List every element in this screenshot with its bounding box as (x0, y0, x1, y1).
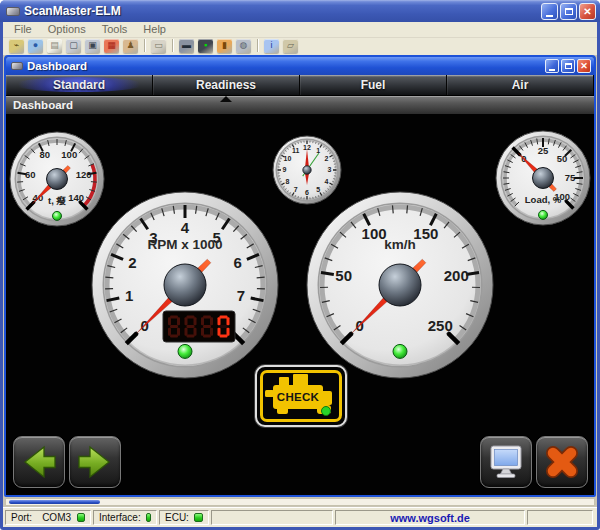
dashboard-titlebar: Dashboard ✕ (6, 57, 594, 75)
svg-text:100: 100 (362, 225, 387, 242)
minimize-icon (549, 69, 555, 71)
svg-text:7: 7 (237, 287, 245, 304)
check-engine-label: CHECK (277, 391, 320, 403)
svg-text:25: 25 (538, 145, 549, 156)
status-website-panel: www.wgsoft.de (335, 510, 525, 525)
tab-air[interactable]: Air (447, 75, 594, 95)
connect-icon[interactable]: ⌁ (9, 39, 24, 53)
minimize-button[interactable] (541, 3, 558, 20)
tab-label: Standard (53, 78, 105, 92)
status-ecu-panel: ECU: (159, 510, 209, 525)
svg-text:2: 2 (128, 254, 136, 271)
status-interface-panel: Interface: (93, 510, 157, 525)
svg-text:2: 2 (325, 155, 329, 162)
svg-text:9: 9 (283, 166, 287, 173)
dashboard-window-icon (11, 62, 23, 70)
tab-label: Fuel (361, 78, 386, 92)
app-icon (6, 7, 20, 16)
progress-fill (9, 500, 100, 504)
website-link[interactable]: www.wgsoft.de (341, 512, 519, 524)
toolbar-separator (144, 39, 145, 52)
svg-text:100: 100 (61, 149, 77, 160)
port-status-led (77, 513, 85, 522)
engine-load-gauge: 0255075100Load, % (495, 130, 591, 226)
svg-text:10: 10 (284, 155, 292, 162)
status-port-panel: Port: COM3 (5, 510, 91, 525)
dashboard-maximize-button[interactable] (561, 59, 575, 73)
svg-text:50: 50 (557, 153, 568, 164)
close-view-button[interactable] (536, 436, 588, 488)
monitor-alt-icon[interactable]: ▣ (85, 39, 100, 53)
maximize-icon (565, 63, 572, 69)
status-bar: Port: COM3 Interface: ECU: www.wgsoft.de (3, 507, 597, 527)
world-icon[interactable]: ◍ (236, 39, 251, 53)
menu-item-options[interactable]: Options (40, 22, 94, 37)
window-titlebar: ScanMaster-ELM ✕ (0, 0, 600, 22)
svg-text:8: 8 (286, 178, 290, 185)
svg-text:Load, %: Load, % (525, 194, 562, 205)
panel-header-label: Dashboard (13, 99, 73, 111)
tab-bar: StandardReadinessFuelAir (6, 75, 594, 96)
window-chrome: FileOptionsToolsHelp ⌁●▤▢▣▦♟▭▬▪▮◍i▱ Dash… (3, 22, 597, 527)
dashboard-close-button[interactable]: ✕ (577, 59, 591, 73)
speed-gauge: 050100150200250km/h (305, 190, 495, 380)
menu-item-file[interactable]: File (6, 22, 40, 37)
svg-text:250: 250 (428, 317, 453, 334)
maximize-button[interactable] (560, 3, 577, 20)
prev-button[interactable] (13, 436, 65, 488)
document-icon[interactable]: ▤ (47, 39, 62, 53)
dashboard-minimize-button[interactable] (545, 59, 559, 73)
menu-item-help[interactable]: Help (135, 22, 174, 37)
svg-text:RPM x 1000: RPM x 1000 (147, 237, 222, 252)
ecu-status-led (194, 513, 203, 522)
rpm-gauge: 012345678RPM x 1000 (90, 190, 280, 380)
status-port-value: COM3 (42, 512, 71, 523)
svg-text:80: 80 (39, 149, 50, 160)
svg-text:150: 150 (413, 225, 438, 242)
maximize-icon (565, 8, 573, 15)
monitor-icon[interactable]: ▢ (66, 39, 81, 53)
minimize-icon (546, 15, 553, 17)
progress-bar (5, 498, 595, 506)
svg-text:11: 11 (292, 147, 300, 154)
status-grip-panel (527, 510, 593, 525)
tab-readiness[interactable]: Readiness (153, 75, 300, 95)
svg-text:75: 75 (565, 172, 576, 183)
user-icon[interactable]: ♟ (123, 39, 138, 53)
right-arrow-icon (73, 440, 117, 484)
status-ecu-label: ECU: (165, 512, 189, 523)
window-title: ScanMaster-ELM (24, 4, 541, 18)
chart-icon[interactable]: ▦ (104, 39, 119, 53)
toolbar-separator (172, 39, 173, 52)
tab-standard[interactable]: Standard (6, 75, 153, 95)
screen-icon[interactable]: ▬ (179, 39, 194, 53)
tab-label: Air (512, 78, 529, 92)
svg-text:60: 60 (25, 169, 36, 180)
next-button[interactable] (69, 436, 121, 488)
svg-text:4: 4 (181, 219, 190, 236)
module-icon[interactable]: ▮ (217, 39, 232, 53)
terminal-icon[interactable]: ▪ (198, 39, 213, 53)
status-interface-label: Interface: (99, 512, 141, 523)
svg-text:120: 120 (76, 169, 92, 180)
dashboard: CHECK (6, 114, 594, 495)
mdi-client: Dashboard ✕ StandardReadinessFuelAir Das… (3, 55, 597, 527)
svg-text:t, 癈: t, 癈 (48, 195, 66, 206)
svg-text:7: 7 (294, 186, 298, 193)
svg-text:200: 200 (444, 267, 469, 284)
dashboard-window-title: Dashboard (27, 60, 543, 72)
close-button[interactable]: ✕ (579, 3, 596, 20)
display-button[interactable] (480, 436, 532, 488)
info-icon[interactable]: i (264, 39, 279, 53)
globe-icon[interactable]: ● (28, 39, 43, 53)
chip-icon[interactable]: ▱ (283, 39, 298, 53)
svg-text:3: 3 (328, 166, 332, 173)
tab-label: Readiness (196, 78, 256, 92)
monitor-icon (484, 440, 528, 484)
clipboard-icon[interactable]: ▭ (151, 39, 166, 53)
tab-fuel[interactable]: Fuel (300, 75, 447, 95)
dashboard-window: Dashboard ✕ StandardReadinessFuelAir Das… (4, 55, 596, 497)
tab-notch (220, 96, 232, 102)
status-empty-panel (211, 510, 333, 525)
menu-item-tools[interactable]: Tools (94, 22, 136, 37)
